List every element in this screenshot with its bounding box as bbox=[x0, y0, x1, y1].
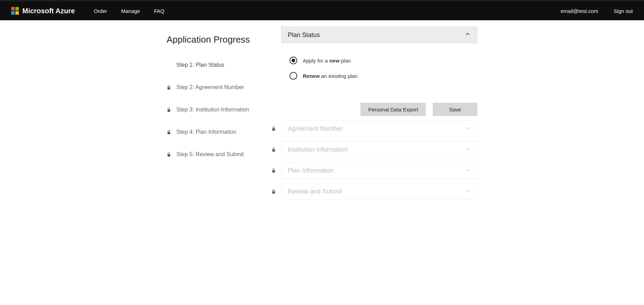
topbar-right: email@test.com Sign out bbox=[561, 8, 633, 14]
lock-icon bbox=[167, 85, 171, 90]
panel-plan-status: Plan Status bbox=[271, 27, 477, 43]
progress-sidebar: Application Progress Step 1: Plan Status… bbox=[167, 27, 257, 204]
panel-title: Agreement Number bbox=[288, 125, 343, 132]
user-email[interactable]: email@test.com bbox=[561, 8, 598, 14]
lock-icon bbox=[167, 130, 171, 135]
lock-icon bbox=[271, 189, 276, 194]
signout-link[interactable]: Sign out bbox=[614, 8, 633, 14]
personal-data-export-button[interactable]: Personal Data Export bbox=[360, 103, 426, 116]
panel-body-plan-status: Apply for a new plan Renew an existing p… bbox=[271, 48, 477, 96]
main-content: Plan Status Apply for a new plan Renew a… bbox=[271, 27, 477, 204]
radio-label: Renew an existing plan bbox=[303, 73, 358, 79]
step-label: Step 4: Plan Information bbox=[176, 129, 236, 135]
step-agreement-number[interactable]: Step 2: Agreement Number bbox=[167, 84, 257, 90]
radio-apply-new-plan[interactable]: Apply for a new plan bbox=[290, 57, 477, 64]
lock-icon bbox=[167, 107, 171, 112]
panel-header-review-submit[interactable]: Review and Submit bbox=[281, 183, 477, 200]
nav-faq[interactable]: FAQ bbox=[154, 8, 164, 14]
microsoft-logo-icon bbox=[11, 7, 19, 15]
panel-agreement-number: Agreement Number bbox=[271, 120, 477, 137]
panel-header-agreement-number[interactable]: Agreement Number bbox=[281, 120, 477, 137]
radio-label: Apply for a new plan bbox=[303, 58, 351, 64]
step-label: Step 5: Review and Submit bbox=[176, 151, 244, 158]
lock-icon bbox=[271, 168, 276, 173]
chevron-up-icon bbox=[464, 31, 471, 39]
primary-nav: Order Manage FAQ bbox=[94, 8, 164, 14]
save-button[interactable]: Save bbox=[433, 103, 477, 116]
step-label: Step 3: Institution Information bbox=[176, 107, 249, 113]
lock-icon bbox=[167, 152, 171, 157]
lock-icon bbox=[271, 126, 276, 131]
panel-institution-information: Institution Information bbox=[271, 141, 477, 158]
nav-order[interactable]: Order bbox=[94, 8, 107, 14]
radio-icon bbox=[290, 72, 297, 80]
panel-plan-information: Plan Information bbox=[271, 162, 477, 179]
panel-title: Plan Status bbox=[288, 31, 320, 39]
radio-renew-plan[interactable]: Renew an existing plan bbox=[290, 72, 477, 80]
page-title: Application Progress bbox=[167, 34, 257, 45]
nav-manage[interactable]: Manage bbox=[121, 8, 140, 14]
step-institution-information[interactable]: Step 3: Institution Information bbox=[167, 107, 257, 113]
step-review-submit[interactable]: Step 5: Review and Submit bbox=[167, 151, 257, 158]
brand: Microsoft Azure bbox=[11, 7, 75, 15]
chevron-down-icon bbox=[464, 167, 471, 175]
chevron-down-icon bbox=[464, 125, 471, 133]
action-buttons: Personal Data Export Save bbox=[271, 103, 477, 116]
chevron-down-icon bbox=[464, 146, 471, 154]
panel-title: Plan Information bbox=[288, 167, 334, 174]
radio-icon bbox=[290, 57, 297, 64]
lock-icon bbox=[271, 147, 276, 152]
panel-header-plan-information[interactable]: Plan Information bbox=[281, 162, 477, 179]
step-plan-information[interactable]: Step 4: Plan Information bbox=[167, 129, 257, 135]
top-navbar: Microsoft Azure Order Manage FAQ email@t… bbox=[0, 0, 644, 20]
step-plan-status[interactable]: Step 1: Plan Status bbox=[167, 62, 257, 68]
panel-title: Review and Submit bbox=[288, 188, 342, 195]
chevron-down-icon bbox=[464, 188, 471, 196]
step-label: Step 1: Plan Status bbox=[176, 62, 224, 68]
panel-header-institution-information[interactable]: Institution Information bbox=[281, 141, 477, 158]
panel-header-plan-status[interactable]: Plan Status bbox=[281, 27, 477, 43]
brand-name: Microsoft Azure bbox=[22, 7, 75, 15]
panel-title: Institution Information bbox=[288, 146, 348, 153]
step-label: Step 2: Agreement Number bbox=[176, 84, 244, 90]
panel-review-submit: Review and Submit bbox=[271, 183, 477, 200]
